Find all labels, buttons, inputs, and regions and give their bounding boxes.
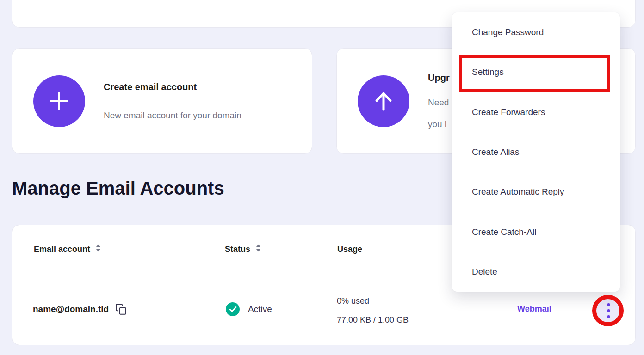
sort-icon	[95, 244, 101, 254]
upgrade-text-line1: Need	[428, 96, 450, 109]
sort-icon	[255, 244, 261, 254]
create-email-subtitle: New email account for your domain	[104, 109, 242, 122]
upgrade-text-line2: you i	[428, 118, 450, 130]
usage-cell: 0% used 77.00 KB / 1.00 GB	[337, 273, 409, 345]
email-account-cell: name@domain.tld	[33, 273, 127, 345]
page-title: Manage Email Accounts	[12, 177, 224, 199]
arrow-up-icon	[358, 75, 409, 127]
check-circle-icon	[226, 302, 240, 316]
usage-detail: 77.00 KB / 1.00 GB	[337, 315, 409, 325]
email-accounts-page: Create email account New email account f…	[0, 0, 644, 355]
upgrade-title: Upgr	[428, 72, 450, 84]
kebab-menu-highlight-annotation	[592, 295, 624, 326]
menu-item-create-catch-all[interactable]: Create Catch-All	[452, 212, 620, 251]
plus-icon	[33, 75, 85, 127]
column-header-usage: Usage	[337, 225, 362, 273]
create-email-account-card[interactable]: Create email account New email account f…	[12, 48, 312, 154]
status-badge: Active	[248, 304, 272, 314]
menu-item-create-alias[interactable]: Create Alias	[452, 132, 620, 172]
menu-item-create-forwarders[interactable]: Create Forwarders	[452, 92, 620, 132]
create-email-title: Create email account	[104, 81, 242, 93]
settings-highlight-annotation	[459, 55, 610, 92]
usage-percent: 0% used	[337, 296, 369, 306]
email-address: name@domain.tld	[33, 304, 109, 314]
column-header-status[interactable]: Status	[225, 225, 261, 273]
menu-item-change-password[interactable]: Change Password	[452, 12, 620, 52]
menu-item-delete[interactable]: Delete	[452, 252, 620, 292]
column-header-email-account[interactable]: Email account	[34, 225, 101, 273]
status-cell: Active	[226, 273, 272, 345]
menu-item-create-automatic-reply[interactable]: Create Automatic Reply	[452, 172, 620, 212]
copy-icon[interactable]	[115, 303, 127, 315]
